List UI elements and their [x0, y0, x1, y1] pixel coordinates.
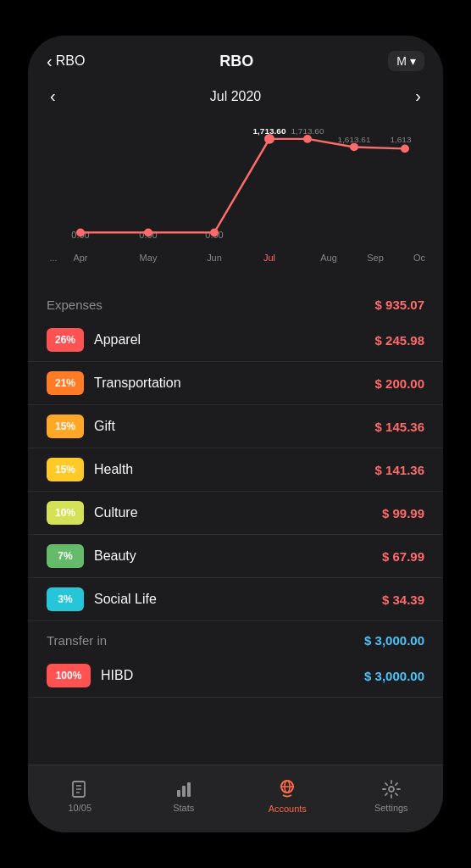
svg-text:Sep: Sep [367, 253, 384, 263]
social-life-amount: $ 34.39 [382, 593, 424, 607]
social-life-badge: 3% [47, 587, 84, 611]
bottom-navigation: 10/05 Stats Accounts [28, 765, 443, 832]
culture-amount: $ 99.99 [382, 506, 424, 520]
mode-selector[interactable]: M ▾ [388, 51, 424, 71]
nav-label-accounts: Accounts [269, 804, 307, 814]
transfer-label: Transfer in [47, 633, 107, 648]
nav-label-journal: 10/05 [68, 803, 91, 813]
health-badge: 15% [47, 458, 84, 481]
nav-item-settings[interactable]: Settings [340, 779, 444, 813]
nav-item-accounts[interactable]: Accounts [236, 778, 340, 814]
line-chart: 0.00 0.00 0.00 1,713.60 1,713.60 1,613.6… [28, 116, 443, 279]
back-chevron-icon: ‹ [47, 52, 53, 71]
current-month: Jul 2020 [210, 89, 262, 104]
date-navigation: ‹ Jul 2020 › [28, 80, 443, 116]
accounts-icon [276, 778, 298, 800]
transfer-total: $ 3,000.00 [364, 633, 424, 648]
nav-item-stats[interactable]: Stats [132, 779, 236, 813]
beauty-name: Beauty [94, 548, 372, 564]
beauty-amount: $ 67.99 [382, 549, 424, 564]
expense-row-social-life[interactable]: 3% Social Life $ 34.39 [28, 578, 443, 621]
next-month-button[interactable]: › [412, 83, 424, 109]
hibd-name: HIBD [101, 668, 354, 683]
phone-screen: ‹ RBO RBO M ▾ ‹ Jul 2020 › 0.00 0.00 0.0 [28, 36, 443, 832]
svg-point-14 [401, 145, 409, 153]
svg-text:1,713.60: 1,713.60 [291, 126, 324, 136]
stats-icon [174, 779, 194, 799]
svg-text:...: ... [49, 253, 57, 263]
svg-text:1,613.61: 1,613.61 [338, 135, 371, 144]
chart-area: 0.00 0.00 0.00 1,713.60 1,713.60 1,613.6… [28, 116, 443, 286]
transportation-name: Transportation [94, 376, 365, 391]
svg-text:Jun: Jun [207, 253, 222, 263]
svg-rect-28 [182, 786, 186, 797]
header: ‹ RBO RBO M ▾ [28, 36, 443, 80]
svg-text:Aug: Aug [320, 253, 337, 263]
page-title: RBO [219, 53, 253, 70]
svg-point-9 [144, 228, 152, 236]
svg-point-10 [210, 228, 219, 236]
nav-item-journal[interactable]: 10/05 [28, 779, 132, 813]
svg-point-11 [264, 134, 274, 144]
transportation-badge: 21% [47, 371, 84, 395]
beauty-badge: 7% [47, 544, 84, 568]
transportation-amount: $ 200.00 [375, 376, 424, 391]
transfer-section-header: Transfer in $ 3,000.00 [28, 621, 443, 654]
expense-row-gift[interactable]: 15% Gift $ 145.36 [28, 405, 443, 448]
svg-point-33 [389, 787, 394, 792]
expense-row-transportation[interactable]: 21% Transportation $ 200.00 [28, 362, 443, 405]
prev-month-button[interactable]: ‹ [47, 83, 59, 109]
social-life-name: Social Life [94, 592, 372, 607]
apparel-amount: $ 245.98 [375, 333, 424, 348]
expenses-list[interactable]: Expenses $ 935.07 26% Apparel $ 245.98 2… [28, 286, 443, 765]
gift-name: Gift [94, 419, 365, 434]
transfer-row-hibd[interactable]: 100% HIBD $ 3,000.00 [28, 654, 443, 698]
svg-text:Oc: Oc [413, 253, 426, 263]
journal-icon [69, 779, 90, 799]
culture-name: Culture [94, 505, 372, 520]
expense-row-culture[interactable]: 10% Culture $ 99.99 [28, 492, 443, 535]
culture-badge: 10% [47, 501, 84, 525]
mode-label: M [396, 54, 407, 68]
hibd-badge: 100% [47, 664, 91, 687]
gift-badge: 15% [47, 415, 84, 438]
svg-text:Apr: Apr [73, 253, 88, 263]
svg-text:May: May [140, 253, 158, 263]
hibd-amount: $ 3,000.00 [364, 669, 424, 683]
svg-point-8 [76, 228, 85, 236]
expense-row-health[interactable]: 15% Health $ 141.36 [28, 448, 443, 492]
svg-point-13 [350, 143, 358, 152]
svg-point-12 [303, 135, 312, 143]
expenses-section-header: Expenses $ 935.07 [28, 286, 443, 319]
svg-rect-29 [187, 782, 191, 797]
gift-amount: $ 145.36 [375, 420, 424, 434]
nav-label-settings: Settings [374, 803, 408, 813]
expenses-label: Expenses [47, 298, 103, 312]
apparel-name: Apparel [94, 332, 365, 348]
phone-shell: ‹ RBO RBO M ▾ ‹ Jul 2020 › 0.00 0.00 0.0 [0, 0, 471, 868]
expense-row-beauty[interactable]: 7% Beauty $ 67.99 [28, 535, 443, 578]
svg-text:Jul: Jul [263, 253, 275, 263]
health-amount: $ 141.36 [375, 463, 424, 477]
apparel-badge: 26% [47, 328, 84, 352]
chevron-down-icon: ▾ [410, 54, 416, 68]
expense-row-apparel[interactable]: 26% Apparel $ 245.98 [28, 319, 443, 362]
back-label: RBO [56, 53, 86, 69]
expenses-total: $ 935.07 [375, 298, 424, 312]
svg-rect-27 [177, 790, 180, 797]
svg-text:1,613: 1,613 [390, 135, 412, 144]
nav-label-stats: Stats [173, 803, 194, 813]
settings-icon [381, 779, 402, 799]
health-name: Health [94, 462, 365, 477]
back-button[interactable]: ‹ RBO [47, 52, 85, 71]
